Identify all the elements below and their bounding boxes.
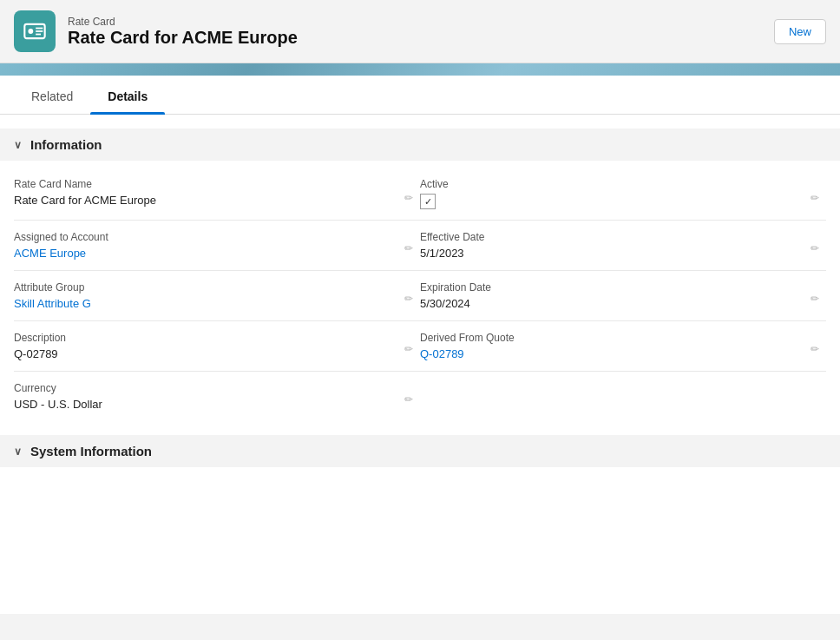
- main-content: Related Details ∨ Information Rate Card …: [0, 76, 840, 614]
- field-value-description: Q-02789: [14, 347, 385, 360]
- field-currency: Currency USD - U.S. Dollar ✏: [14, 372, 420, 421]
- header-title-group: Rate Card Rate Card for ACME Europe: [68, 16, 298, 48]
- field-value-derived-from-quote[interactable]: Q-02789: [420, 347, 791, 360]
- chevron-down-system-icon: ∨: [14, 445, 22, 458]
- system-information-section: ∨ System Information: [0, 435, 840, 467]
- field-label-expiration-date: Expiration Date: [420, 281, 791, 294]
- field-value-currency: USD - U.S. Dollar: [14, 398, 385, 411]
- edit-effective-date-icon[interactable]: ✏: [810, 242, 819, 254]
- field-label-currency: Currency: [14, 382, 385, 394]
- page-header: Rate Card Rate Card for ACME Europe New: [0, 0, 840, 63]
- header-subtitle: Rate Card: [68, 16, 298, 28]
- tabs-bar: Related Details: [0, 76, 840, 115]
- field-label-effective-date: Effective Date: [420, 231, 791, 243]
- header-title: Rate Card for ACME Europe: [68, 28, 298, 48]
- system-information-section-header[interactable]: ∨ System Information: [0, 435, 840, 467]
- field-effective-date: Effective Date 5/1/2023 ✏: [420, 221, 826, 271]
- field-value-effective-date: 5/1/2023: [420, 247, 791, 260]
- edit-currency-icon[interactable]: ✏: [404, 393, 413, 406]
- rate-card-icon: [14, 10, 56, 52]
- information-section-label: Information: [30, 137, 102, 152]
- field-label-assigned-to-account: Assigned to Account: [14, 231, 385, 243]
- field-derived-from-quote: Derived From Quote Q-02789 ✏: [420, 321, 826, 372]
- active-checkbox[interactable]: ✓: [420, 194, 436, 209]
- field-value-active: ✓: [420, 194, 791, 209]
- field-value-attribute-group[interactable]: Skill Attribute G: [14, 297, 385, 310]
- system-information-section-label: System Information: [30, 444, 152, 459]
- field-label-derived-from-quote: Derived From Quote: [420, 332, 791, 344]
- tab-details[interactable]: Details: [90, 76, 165, 114]
- edit-derived-from-quote-icon[interactable]: ✏: [810, 343, 819, 355]
- fields-grid: Rate Card Name Rate Card for ACME Europe…: [0, 161, 840, 428]
- field-label-active: Active: [420, 178, 791, 190]
- field-label-rate-card-name: Rate Card Name: [14, 178, 385, 190]
- edit-attribute-group-icon[interactable]: ✏: [404, 293, 413, 305]
- edit-expiration-date-icon[interactable]: ✏: [810, 293, 819, 305]
- tab-related[interactable]: Related: [14, 76, 90, 114]
- svg-point-1: [28, 29, 33, 34]
- field-assigned-to-account: Assigned to Account ACME Europe ✏: [14, 221, 420, 271]
- edit-active-icon[interactable]: ✏: [810, 192, 819, 204]
- chevron-down-icon: ∨: [14, 139, 22, 151]
- field-empty-currency-right: [420, 372, 826, 421]
- field-active: Active ✓ ✏: [420, 168, 826, 221]
- field-description: Description Q-02789 ✏: [14, 321, 420, 372]
- decorative-band: [0, 63, 840, 76]
- field-attribute-group: Attribute Group Skill Attribute G ✏: [14, 271, 420, 321]
- field-value-assigned-to-account[interactable]: ACME Europe: [14, 247, 385, 260]
- field-expiration-date: Expiration Date 5/30/2024 ✏: [420, 271, 826, 321]
- field-rate-card-name: Rate Card Name Rate Card for ACME Europe…: [14, 168, 420, 221]
- edit-description-icon[interactable]: ✏: [404, 343, 413, 355]
- field-label-attribute-group: Attribute Group: [14, 281, 385, 294]
- field-value-rate-card-name: Rate Card for ACME Europe: [14, 194, 385, 207]
- rate-card-svg: [23, 19, 47, 43]
- field-value-expiration-date: 5/30/2024: [420, 297, 791, 310]
- field-label-description: Description: [14, 332, 385, 344]
- new-button[interactable]: New: [774, 19, 826, 44]
- header-left: Rate Card Rate Card for ACME Europe: [14, 10, 298, 52]
- information-section-header[interactable]: ∨ Information: [0, 129, 840, 161]
- edit-rate-card-name-icon[interactable]: ✏: [404, 192, 413, 204]
- edit-assigned-to-account-icon[interactable]: ✏: [404, 242, 413, 254]
- information-section: ∨ Information Rate Card Name Rate Card f…: [0, 129, 840, 428]
